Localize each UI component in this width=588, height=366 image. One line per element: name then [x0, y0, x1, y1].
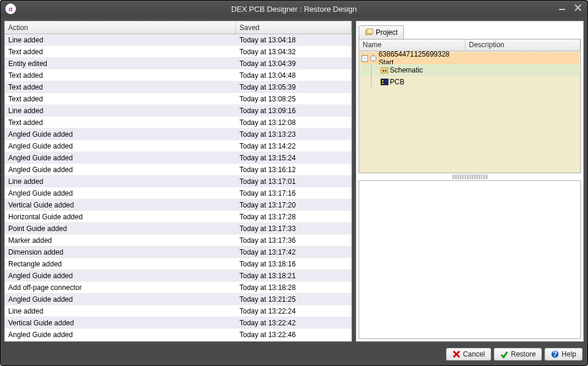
help-icon: ?: [551, 350, 559, 358]
table-row[interactable]: Line addedToday at 13:17:01: [5, 176, 352, 187]
table-row[interactable]: Angled Guide addedToday at 13:21:25: [5, 294, 352, 305]
svg-text:?: ?: [553, 350, 557, 358]
cell-action: Vertical Guide added: [5, 318, 236, 328]
table-row[interactable]: Vertical Guide addedToday at 13:17:20: [5, 199, 352, 211]
table-row[interactable]: Text addedToday at 13:08:25: [5, 93, 352, 105]
table-row[interactable]: Point Guide addedToday at 13:17:33: [5, 223, 352, 235]
restore-button[interactable]: Restore: [494, 348, 542, 361]
help-button[interactable]: ? Help: [544, 348, 583, 361]
table-row[interactable]: Line addedToday at 13:09:16: [5, 105, 352, 117]
cell-action: Add off-page connector: [5, 282, 236, 293]
cancel-button[interactable]: Cancel: [446, 348, 491, 361]
minimize-button[interactable]: [558, 4, 567, 12]
svg-rect-6: [381, 68, 388, 73]
cell-saved: Today at 13:13:23: [236, 129, 352, 140]
preview-panel: [359, 180, 581, 339]
column-action[interactable]: Action: [5, 22, 236, 34]
cell-action: Line added: [5, 35, 236, 45]
table-row[interactable]: Dimension addedToday at 13:17:42: [5, 246, 352, 258]
tree-column-name[interactable]: Name: [359, 39, 465, 51]
cell-saved: Today at 13:04:39: [236, 58, 352, 69]
cell-action: Text added: [5, 47, 236, 57]
table-row[interactable]: Angled Guide addedToday at 13:22:46: [5, 329, 352, 341]
project-panel: Project Name Description −: [356, 21, 584, 342]
circle-icon: [369, 54, 377, 62]
cell-action: Line added: [5, 306, 236, 316]
cell-action: Entity edited: [5, 58, 236, 69]
table-row[interactable]: Line addedToday at 13:22:24: [5, 305, 352, 317]
cell-saved: Today at 13:18:16: [236, 259, 352, 269]
tree-column-description[interactable]: Description: [465, 39, 580, 51]
tab-project[interactable]: Project: [359, 25, 404, 39]
cell-action: Dimension added: [5, 247, 236, 258]
svg-point-7: [383, 70, 385, 72]
table-row[interactable]: Text addedToday at 13:12:08: [5, 117, 352, 128]
cell-action: Angled Guide added: [5, 153, 236, 163]
cell-action: Rectangle added: [5, 259, 236, 269]
action-history-panel: Action Saved Line addedToday at 13:04:18…: [4, 21, 352, 342]
table-row[interactable]: Vertical Guide addedToday at 13:22:42: [5, 317, 352, 329]
cell-saved: Today at 13:04:32: [236, 47, 352, 57]
table-row[interactable]: Angled Guide addedToday at 13:13:23: [5, 128, 352, 140]
column-saved[interactable]: Saved: [236, 22, 352, 34]
svg-rect-11: [382, 83, 383, 84]
svg-point-5: [370, 55, 376, 61]
window: α DEX PCB Designer : Restore Design Acti…: [0, 0, 588, 366]
svg-rect-4: [367, 29, 373, 34]
table-row[interactable]: Marker addedToday at 13:17:36: [5, 235, 352, 246]
cell-action: Line added: [5, 105, 236, 116]
cancel-label: Cancel: [463, 350, 485, 358]
history-table-body[interactable]: Line addedToday at 13:04:18Text addedTod…: [5, 34, 352, 341]
help-label: Help: [561, 350, 576, 358]
cell-saved: Today at 13:17:16: [236, 188, 352, 199]
project-icon: [365, 28, 373, 37]
close-button[interactable]: [573, 4, 583, 12]
table-row[interactable]: Angled Guide addedToday at 13:15:24: [5, 152, 352, 164]
window-title: DEX PCB Designer : Restore Design: [231, 5, 357, 14]
tree-schematic-row[interactable]: Schematic: [360, 64, 579, 76]
tree-root-row[interactable]: − 638654471125699328 Start: [360, 52, 579, 64]
svg-rect-10: [382, 80, 383, 81]
svg-rect-0: [559, 9, 565, 10]
table-row[interactable]: Horizontal Guide addedToday at 13:17:28: [5, 211, 352, 223]
table-row[interactable]: Add off-page connectorToday at 13:18:28: [5, 282, 352, 294]
table-row[interactable]: Entity editedToday at 13:04:39: [5, 58, 352, 70]
tree-pcb-row[interactable]: PCB: [360, 76, 579, 88]
cell-saved: Today at 13:17:36: [236, 235, 352, 246]
table-row[interactable]: Angled Guide addedToday at 13:18:21: [5, 270, 352, 282]
tree-view: Name Description − 638654471125699328 St…: [359, 39, 581, 173]
table-row[interactable]: Rectangle addedToday at 13:18:16: [5, 258, 352, 270]
cell-saved: Today at 13:04:18: [236, 35, 352, 45]
cell-action: Angled Guide added: [5, 329, 236, 340]
table-row[interactable]: Text addedToday at 13:04:48: [5, 70, 352, 81]
cell-saved: Today at 13:17:28: [236, 212, 352, 222]
cell-saved: Today at 13:17:42: [236, 247, 352, 258]
splitter-handle[interactable]: [452, 174, 488, 179]
table-row[interactable]: Angled Guide addedToday at 13:16:12: [5, 164, 352, 176]
cell-saved: Today at 13:09:16: [236, 105, 352, 116]
titlebar: α DEX PCB Designer : Restore Design: [1, 1, 587, 17]
cell-saved: Today at 13:14:22: [236, 141, 352, 151]
cell-saved: Today at 13:22:42: [236, 318, 352, 328]
restore-label: Restore: [511, 350, 536, 358]
cell-action: Angled Guide added: [5, 188, 236, 199]
tree-collapse-icon[interactable]: −: [362, 55, 368, 62]
svg-rect-9: [381, 79, 388, 85]
pcb-icon: [380, 78, 389, 86]
footer: Cancel Restore ? Help: [1, 345, 587, 365]
tab-project-label: Project: [376, 28, 398, 37]
cell-action: Angled Guide added: [5, 141, 236, 151]
app-icon: α: [5, 4, 16, 14]
table-row[interactable]: Text addedToday at 13:04:32: [5, 46, 352, 58]
table-row[interactable]: Angled Guide addedToday at 13:14:22: [5, 140, 352, 152]
cell-action: Line added: [5, 176, 236, 187]
cell-action: Text added: [5, 94, 236, 104]
restore-icon: [500, 350, 508, 358]
table-row[interactable]: Angled Guide addedToday at 13:17:16: [5, 187, 352, 199]
cell-saved: Today at 13:04:48: [236, 70, 352, 81]
table-row[interactable]: Text addedToday at 13:05:39: [5, 81, 352, 93]
cell-saved: Today at 13:22:24: [236, 306, 352, 316]
history-table-header: Action Saved: [5, 21, 352, 34]
table-row[interactable]: Line addedToday at 13:04:18: [5, 34, 352, 46]
cell-saved: Today at 13:12:08: [236, 117, 352, 128]
